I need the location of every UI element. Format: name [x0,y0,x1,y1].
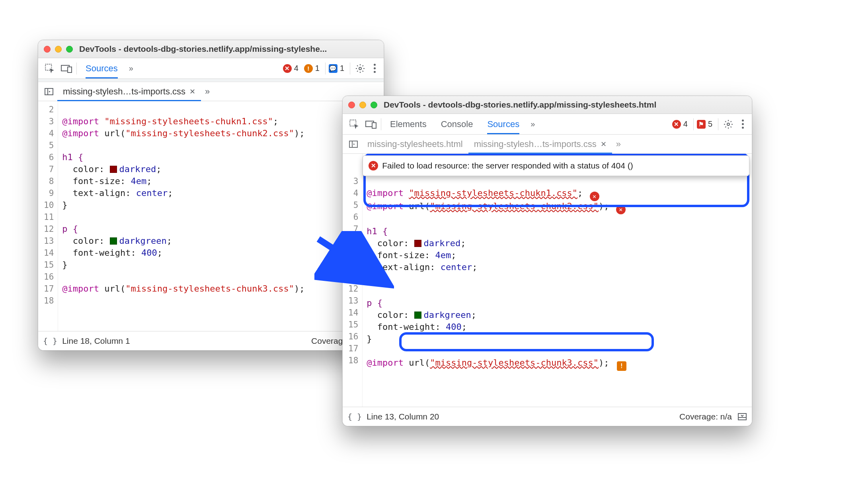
warnings-count: 1 [315,64,320,73]
settings-icon[interactable] [720,114,737,134]
issue-badges[interactable]: ✕4 [671,119,692,129]
minimize-window-icon[interactable] [55,46,62,53]
divider [325,63,326,74]
titlebar: DevTools - devtools-dbg-stories.netlify.… [343,96,752,114]
warning-icon: ! [304,64,313,73]
status-bar: { } Line 18, Column 1 Coverage: n/a [38,331,384,350]
string-literal: "missing-stylesheets-chunk3.css" [430,358,599,368]
tab-console[interactable]: Console [434,114,480,134]
issues-badge[interactable]: ⚑5 [695,119,716,129]
warnings-badge[interactable]: !1 [302,63,324,74]
string-literal: "missing-stylesheets-chunk2.css" [125,128,294,138]
error-icon: ✕ [283,64,292,73]
show-drawer-icon[interactable] [737,413,747,421]
highlight-box-warning [399,332,654,351]
selector: h1 { [367,226,388,236]
devtools-window-right: DevTools - devtools-dbg-stories.netlify.… [342,96,752,426]
more-file-tabs-icon[interactable]: » [201,86,214,97]
traffic-lights [348,102,377,108]
issue-badges[interactable]: ✕4 !1 [281,63,324,74]
selector: p { [367,298,382,308]
zoom-window-icon[interactable] [371,102,377,108]
at-import: @import [367,358,404,368]
at-import: @import [367,201,404,211]
inspect-element-icon[interactable] [346,114,363,134]
panel-tabs: Elements Console Sources » [383,114,539,134]
error-marker-icon[interactable]: ✕ [616,205,626,214]
string-literal: "missing-stylesheets-chukn1.css" [104,116,273,126]
svg-point-13 [727,123,730,125]
devtools-toolbar: Elements Console Sources » ✕4 ⚑5 [343,114,752,135]
errors-badge[interactable]: ✕4 [281,63,302,74]
navigator-toggle-icon[interactable] [41,87,57,96]
selector: p { [62,224,78,234]
settings-icon[interactable] [352,58,369,78]
device-toolbar-icon[interactable] [363,114,379,134]
zoom-window-icon[interactable] [66,46,73,53]
code-editor[interactable]: 3456789101112131415161718 ✕Failed to loa… [343,154,752,407]
info-count: 1 [340,64,344,73]
file-tab-label: missing-stylesh…ts-imports.css [474,139,597,149]
close-tab-icon[interactable]: ✕ [189,87,195,96]
divider [350,63,350,74]
at-import: @import [367,188,404,198]
more-tabs-icon[interactable]: » [125,64,137,73]
at-import: @import [62,284,99,294]
file-tab-css[interactable]: missing-stylesh…ts-imports.css ✕ [468,135,612,153]
color-swatch-icon[interactable] [110,166,117,173]
close-tab-icon[interactable]: ✕ [601,140,607,149]
pretty-print-icon[interactable]: { } [347,412,362,421]
info-badge[interactable]: 💬1 [327,63,348,74]
string-literal: "missing-stylesheets-chunk2.css" [430,201,599,211]
tab-sources[interactable]: Sources [78,58,125,78]
file-tab-label: missing-stylesheets.html [367,139,463,149]
divider [693,118,694,130]
file-tabs: missing-stylesheets.html missing-stylesh… [343,135,752,154]
status-bar: { } Line 13, Column 20 Coverage: n/a [343,407,752,426]
info-icon: 💬 [329,64,337,73]
svg-point-3 [359,67,361,70]
color-swatch-icon[interactable] [414,312,421,319]
window-title: DevTools - devtools-dbg-stories.netlify.… [384,100,746,110]
error-tooltip: ✕Failed to load resource: the server res… [363,155,749,176]
drawer-strip [38,79,384,82]
divider [76,63,77,74]
navigator-toggle-icon[interactable] [345,139,362,149]
more-menu-icon[interactable] [737,120,749,129]
color-swatch-icon[interactable] [110,237,117,245]
color-swatch-icon[interactable] [414,240,421,247]
errors-count: 4 [683,120,688,129]
errors-count: 4 [294,64,298,73]
line-gutter: 3456789101112131415161718 [343,154,363,407]
devtools-window-left: DevTools - devtools-dbg-stories.netlify.… [38,40,384,351]
error-icon: ✕ [369,161,378,170]
code-area[interactable]: ✕Failed to load resource: the server res… [363,154,752,407]
file-tab-active[interactable]: missing-stylesh…ts-imports.css ✕ [57,82,201,101]
pretty-print-icon[interactable]: { } [43,336,57,346]
at-import: @import [62,128,99,138]
string-literal: "missing-stylesheets-chunk3.css" [125,284,294,294]
close-window-icon[interactable] [348,102,355,108]
close-window-icon[interactable] [44,46,51,53]
minimize-window-icon[interactable] [359,102,366,108]
inspect-element-icon[interactable] [41,58,58,78]
selector: h1 { [62,152,83,162]
more-menu-icon[interactable] [369,64,380,73]
file-tab-html[interactable]: missing-stylesheets.html [362,135,468,153]
code-editor[interactable]: 23456789101112131415161718 @import "miss… [38,101,384,331]
coverage-status: Coverage: n/a [679,412,732,421]
code-area[interactable]: @import "missing-stylesheets-chukn1.css"… [58,101,384,331]
cursor-position: Line 13, Column 20 [367,412,439,421]
more-file-tabs-icon[interactable]: » [612,139,625,149]
line-gutter: 23456789101112131415161718 [38,101,58,331]
panel-tabs: Sources » [78,58,137,78]
errors-badge[interactable]: ✕4 [671,119,692,129]
tab-elements[interactable]: Elements [383,114,434,134]
window-title: DevTools - devtools-dbg-stories.netlify.… [79,44,378,54]
device-toolbar-icon[interactable] [58,58,75,78]
tab-sources[interactable]: Sources [480,114,527,134]
error-marker-icon[interactable]: ✕ [590,192,599,201]
file-tab-label: missing-stylesh…ts-imports.css [63,86,185,97]
warning-marker-icon[interactable]: ! [617,361,626,371]
more-tabs-icon[interactable]: » [527,120,539,129]
